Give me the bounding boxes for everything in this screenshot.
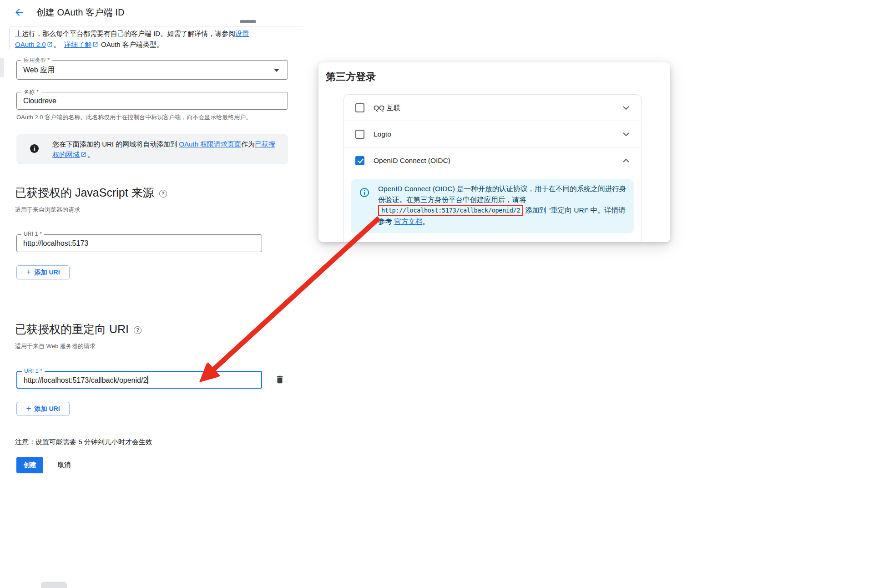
provider-row-qq[interactable]: QQ 互联 xyxy=(344,95,642,121)
left-edge-strip xyxy=(0,58,4,77)
learn-more-link[interactable]: 详细了解 xyxy=(64,41,91,48)
client-name-label: 名称 * xyxy=(21,88,41,96)
js-origin-uri-input[interactable]: URI 1 * http://localhost:5173 xyxy=(16,234,262,252)
alert-text-1: OpenID Connect (OIDC) 是一种开放的认证协议，用于在不同的系… xyxy=(378,185,626,203)
js-origins-heading: 已获授权的 JavaScript 来源 ? xyxy=(15,185,167,200)
js-origin-uri-value: http://localhost:5173 xyxy=(23,239,88,248)
plus-icon: + xyxy=(26,267,31,277)
qq-checkbox[interactable] xyxy=(355,103,364,112)
add-uri-label: 添加 URI xyxy=(35,269,60,277)
client-name-helper: OAuth 2.0 客户端的名称。此名称仅用于在控制台中标识客户端，而不会显示给… xyxy=(16,113,288,122)
provider-label: OpenID Connect (OIDC) xyxy=(374,157,450,165)
app-type-value: Web 应用 xyxy=(23,65,55,75)
oidc-info-alert: OpenID Connect (OIDC) 是一种开放的认证协议，用于在不同的系… xyxy=(351,179,634,233)
help-icon[interactable]: ? xyxy=(159,190,167,198)
plus-icon: + xyxy=(26,404,31,414)
alert-text-3: 。 xyxy=(422,218,429,225)
callback-url-code: http://localhost:5173/callback/openid/2 xyxy=(378,205,523,216)
add-uri-label: 添加 URI xyxy=(35,405,60,413)
create-button[interactable]: 创建 xyxy=(16,457,43,473)
redirect-uri-input[interactable]: URI 1 * http://localhost:5173/callback/o… xyxy=(16,371,262,389)
propagation-note: 注意：设置可能需要 5 分钟到几小时才会生效 xyxy=(15,438,152,446)
back-icon[interactable] xyxy=(14,7,25,18)
add-redirect-uri-button[interactable]: + 添加 URI xyxy=(16,402,70,416)
add-js-origin-uri-button[interactable]: + 添加 URI xyxy=(16,265,70,279)
panel-title: 第三方登录 xyxy=(326,70,376,84)
redirect-uris-heading: 已获授权的重定向 URI ? xyxy=(15,322,141,337)
provider-row-oidc[interactable]: OpenID Connect (OIDC) xyxy=(344,147,642,173)
redirect-uri-label: URI 1 * xyxy=(22,368,45,374)
page-title: 创建 OAuth 客户端 ID xyxy=(36,6,124,19)
external-link-icon xyxy=(92,41,98,47)
screen: 创建 OAuth 客户端 ID 上运行，那么每个平台都需要有自己的客户端 ID。… xyxy=(0,0,869,588)
redirect-uris-title: 已获授权的重定向 URI xyxy=(15,322,129,337)
notice-text-2: 作为 xyxy=(241,140,255,148)
text-caret xyxy=(147,375,148,384)
chevron-down-icon[interactable] xyxy=(621,129,632,140)
redirect-uris-subtitle: 适用于来自 Web 服务器的请求 xyxy=(15,342,96,350)
provider-row-logto[interactable]: Logto xyxy=(344,121,642,147)
oidc-alert-text: OpenID Connect (OIDC) 是一种开放的认证协议，用于在不同的系… xyxy=(378,183,629,227)
oauth-consent-link[interactable]: OAuth 权限请求页面 xyxy=(179,140,241,148)
oidc-checkbox[interactable] xyxy=(355,156,364,165)
chevron-down-icon[interactable] xyxy=(621,102,632,113)
info-outline-icon xyxy=(359,187,370,198)
info-icon: i xyxy=(30,144,39,153)
redirect-uri-value: http://localhost:5173/callback/openid/2 xyxy=(24,375,148,384)
external-link-icon xyxy=(81,152,86,157)
setup-oauth-link[interactable]: 设置 xyxy=(235,30,249,37)
dropdown-arrow-icon xyxy=(274,69,279,72)
domain-notice-text: 您在下面添加的 URI 的网域将自动添加到 OAuth 权限请求页面作为已获授权… xyxy=(52,139,282,160)
intro-paragraph: 上运行，那么每个平台都需要有自己的客户端 ID。如需了解详情，请参阅设置 OAu… xyxy=(15,28,293,50)
official-docs-link[interactable]: 官方文档 xyxy=(394,218,422,225)
provider-label: Logto xyxy=(374,130,391,138)
domain-notice: i 您在下面添加的 URI 的网域将自动添加到 OAuth 权限请求页面作为已获… xyxy=(16,134,288,164)
js-origin-uri-label: URI 1 * xyxy=(21,231,44,237)
chevron-up-icon[interactable] xyxy=(621,155,632,166)
app-type-label: 应用类型 * xyxy=(21,56,52,64)
intro-line2-tail: OAuth 客户端类型。 xyxy=(101,41,163,48)
intro-line1: 上运行，那么每个平台都需要有自己的客户端 ID。如需了解详情，请参阅 xyxy=(15,30,235,37)
provider-list: QQ 互联 Logto OpenID Connect (OIDC) xyxy=(344,94,642,242)
intro-sep: 。 xyxy=(54,41,61,48)
external-link-icon xyxy=(47,41,53,47)
js-origins-title: 已获授权的 JavaScript 来源 xyxy=(15,185,154,200)
delete-uri-icon[interactable] xyxy=(275,375,286,385)
cancel-button[interactable]: 取消 xyxy=(54,457,74,473)
logto-checkbox[interactable] xyxy=(355,130,364,139)
js-origins-subtitle: 适用于来自浏览器的请求 xyxy=(15,206,80,214)
client-name-input[interactable]: 名称 * Cloudreve xyxy=(16,92,288,110)
help-icon[interactable]: ? xyxy=(134,326,141,334)
notice-text-3: 。 xyxy=(87,151,94,158)
provider-label: QQ 互联 xyxy=(374,103,400,112)
app-type-select[interactable]: 应用类型 * Web 应用 xyxy=(16,60,288,80)
cropped-element xyxy=(240,20,256,23)
third-party-login-panel: 第三方登录 QQ 互联 Logto OpenID Connect (OIDC) xyxy=(318,62,670,242)
client-name-value: Cloudreve xyxy=(23,97,56,105)
setup-oauth-link-cont[interactable]: OAuth 2.0 xyxy=(15,41,46,48)
bottom-cropped-pill xyxy=(41,582,67,588)
top-bar: 创建 OAuth 客户端 ID xyxy=(0,0,869,25)
notice-text-1: 您在下面添加的 URI 的网域将自动添加到 xyxy=(52,140,179,148)
